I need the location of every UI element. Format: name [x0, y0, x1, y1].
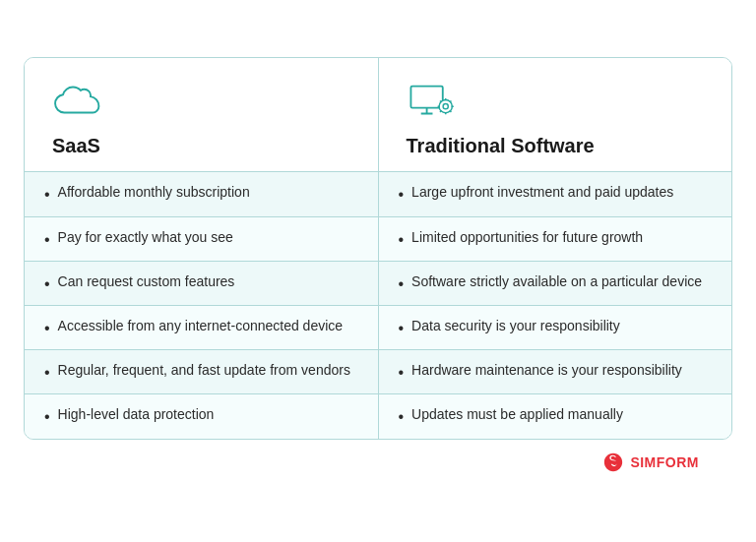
simform-brand-text: SIMFORM	[630, 454, 699, 470]
bullet-point: •	[44, 405, 50, 428]
cell-text: Software strictly available on a particu…	[411, 271, 702, 291]
cell-text: Affordable monthly subscription	[58, 182, 250, 202]
cloud-icon	[52, 84, 103, 119]
traditional-icon-area	[407, 76, 705, 127]
cell-traditional-3: •Data security is your responsibility	[379, 306, 732, 349]
traditional-title: Traditional Software	[407, 135, 705, 157]
simform-logo-icon	[602, 452, 624, 473]
cell-text: Pay for exactly what you see	[58, 227, 233, 247]
bullet-point: •	[399, 228, 405, 251]
bullet-point: •	[399, 405, 405, 428]
table-row: •Pay for exactly what you see•Limited op…	[25, 217, 731, 262]
table-row: •Can request custom features•Software st…	[25, 262, 731, 306]
bullet-point: •	[399, 361, 405, 384]
cell-traditional-2: •Software strictly available on a partic…	[379, 262, 732, 305]
cell-text: Can request custom features	[58, 271, 235, 291]
bullet-point: •	[44, 228, 50, 251]
cell-text: Updates must be applied manually	[411, 404, 623, 424]
bullet-point: •	[44, 361, 50, 384]
cell-traditional-4: •Hardware maintenance is your responsibi…	[379, 350, 732, 393]
cell-text: High-level data protection	[58, 404, 215, 424]
table-row: •Regular, frequent, and fast update from…	[25, 350, 731, 394]
simform-logo: SIMFORM	[602, 444, 717, 479]
table-row: •High-level data protection•Updates must…	[25, 394, 731, 438]
comparison-table-body: •Affordable monthly subscription•Large u…	[25, 172, 731, 438]
saas-header: SaaS	[25, 58, 379, 171]
bullet-point: •	[44, 272, 50, 295]
cell-saas-0: •Affordable monthly subscription	[25, 172, 379, 215]
traditional-header: Traditional Software	[379, 58, 732, 171]
cell-saas-4: •Regular, frequent, and fast update from…	[25, 350, 379, 393]
bullet-point: •	[399, 183, 405, 206]
footer: SIMFORM	[24, 440, 732, 485]
monitor-icon	[407, 81, 456, 122]
cell-traditional-0: •Large upfront investment and paid updat…	[379, 172, 732, 215]
cell-text: Hardware maintenance is your responsibil…	[411, 360, 682, 380]
cell-saas-2: •Can request custom features	[25, 262, 379, 305]
header-row: SaaS	[25, 58, 731, 172]
saas-title: SaaS	[52, 135, 350, 157]
table-row: •Affordable monthly subscription•Large u…	[25, 172, 731, 216]
cell-text: Data security is your responsibility	[411, 316, 620, 335]
cell-saas-5: •High-level data protection	[25, 394, 379, 438]
cell-text: Regular, frequent, and fast update from …	[58, 360, 350, 380]
saas-icon-area	[52, 76, 350, 127]
cell-traditional-5: •Updates must be applied manually	[379, 394, 732, 438]
bullet-point: •	[399, 317, 405, 339]
cell-saas-3: •Accessible from any internet-connected …	[25, 306, 379, 349]
table-row: •Accessible from any internet-connected …	[25, 306, 731, 350]
svg-rect-0	[410, 87, 442, 108]
bullet-point: •	[44, 317, 50, 339]
cell-traditional-1: •Limited opportunities for future growth	[379, 217, 732, 261]
cell-text: Accessible from any internet-connected d…	[58, 316, 343, 335]
comparison-card: SaaS	[24, 57, 732, 439]
cell-text: Large upfront investment and paid update…	[411, 182, 673, 202]
cell-saas-1: •Pay for exactly what you see	[25, 217, 379, 261]
bullet-point: •	[44, 183, 50, 206]
cell-text: Limited opportunities for future growth	[411, 227, 643, 247]
bullet-point: •	[399, 272, 405, 295]
